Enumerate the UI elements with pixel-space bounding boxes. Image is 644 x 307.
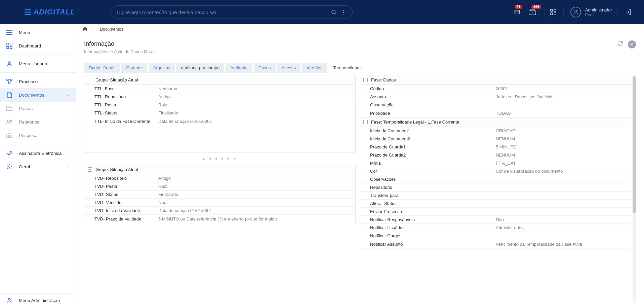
close-button[interactable]: ✕ (628, 40, 636, 48)
data-row: TTL- FaseNenhuma (84, 85, 355, 93)
data-row: Repositório (360, 183, 631, 192)
sidebar-item-processo[interactable]: Processo › (0, 75, 76, 88)
logout-button[interactable] (617, 8, 636, 16)
svg-rect-5 (551, 13, 553, 15)
mail-button[interactable]: 61 (507, 5, 520, 19)
refresh-button[interactable] (617, 40, 623, 48)
data-row: TVD- ReposiórioAntigo (84, 174, 355, 182)
home-icon[interactable] (83, 27, 87, 31)
data-row: Prazo de Guarda2NENHUM (360, 151, 631, 159)
header-actions: 61 364 Administrador Perfil (507, 5, 644, 19)
sidebar-item-menu[interactable]: Menu (0, 26, 76, 39)
collapse-icon[interactable]: − (363, 120, 368, 124)
svg-point-17 (10, 121, 12, 122)
row-value: NENHUM (492, 151, 631, 159)
search-box[interactable]: ⋮ (111, 5, 353, 19)
sidebar-item-menu-usuario[interactable]: Menu Usuário (0, 57, 76, 70)
data-row: TTL- ReposiórioAntigo (84, 93, 355, 101)
row-label: Cor (360, 168, 492, 175)
tab-dados-gerais[interactable]: Dados Gerais (84, 63, 120, 73)
sidebar-item-pesquisa[interactable]: Pesquisa (0, 129, 76, 142)
svg-point-0 (332, 10, 335, 14)
row-value: FITA_DAT (492, 160, 631, 167)
camera-icon (6, 133, 13, 138)
tab-casos[interactable]: Casos (254, 63, 276, 73)
group-fase-dados: − Fase: Dados Código00001AssuntoJurídico… (360, 75, 631, 117)
row-value: 5 MINUTO ou Data referência (?) em abert… (155, 215, 355, 223)
tab-campos[interactable]: Campos (121, 63, 147, 73)
tabs: Dados Gerais Campos Arquivos auditoria p… (76, 59, 644, 73)
tab-acesso[interactable]: Acesso (277, 63, 301, 73)
folder-icon (6, 106, 13, 111)
archive-button[interactable]: 364 (526, 5, 539, 19)
scrollbar[interactable] (633, 75, 636, 303)
sidebar-item-menu-admin[interactable]: Menu Administração (0, 294, 76, 307)
user-name: Administrador (585, 7, 612, 12)
row-label: TVD- Status (84, 191, 155, 198)
users-icon (6, 119, 13, 125)
row-value: Finalizado (155, 191, 355, 198)
sidebar-item-relatorios[interactable]: Relatórios (0, 115, 76, 129)
data-row: Transferir para (360, 192, 631, 200)
group-fase-temporalidade: − Fase: Temporalidade Legal - 1.Fase Cor… (360, 117, 631, 248)
svg-point-20 (9, 166, 10, 168)
tab-temporalidade[interactable]: Temporalidade (328, 63, 366, 73)
collapse-icon[interactable]: − (363, 78, 368, 82)
svg-rect-11 (10, 46, 12, 48)
sidebar-item-pastas[interactable]: Pastas (0, 102, 76, 115)
data-row: Notificar AssuntoVencimento da Temporali… (360, 240, 631, 248)
svg-rect-8 (7, 43, 9, 45)
group-situacao-atual-1: − Grupo: Situação Atual TTL- FaseNenhuma… (84, 75, 356, 152)
row-label: Notificar Resposánveis (360, 216, 492, 223)
signature-icon (6, 150, 13, 156)
breadcrumb-item[interactable]: Documentos (100, 27, 123, 32)
row-value: Antigo (155, 93, 355, 100)
mail-badge: 61 (515, 5, 522, 9)
logo[interactable]: ADIGITALL (0, 0, 100, 24)
sidebar-item-dashboard[interactable]: Dashboard (0, 39, 76, 53)
svg-rect-6 (554, 13, 556, 15)
gear-icon (6, 164, 13, 170)
user-icon (6, 61, 13, 67)
sidebar-item-geral[interactable]: Geral › (0, 160, 76, 173)
row-label: Transferir para (360, 192, 492, 199)
row-value: CRIACAO (492, 127, 631, 134)
row-label: TVD- Inicio da Validade (84, 207, 155, 214)
row-label: Notificar Usuários (360, 224, 492, 231)
row-label: TTL- Fase (84, 85, 155, 92)
tab-auditoria[interactable]: Auditoria (226, 63, 252, 73)
row-value: Raiz (155, 183, 355, 190)
tab-arquivos[interactable]: Arquivos (149, 63, 175, 73)
splitter-handle[interactable]: ▲ ● ● ● ● ▼ (84, 156, 356, 161)
row-label: Inicio da Contagem1 (360, 127, 492, 134)
row-label: TTL- Reposiório (84, 93, 155, 100)
collapse-icon[interactable]: − (88, 78, 92, 82)
logo-text: ADIGITALL (33, 8, 75, 16)
row-value: TODAS (492, 110, 631, 117)
collapse-icon[interactable]: − (88, 167, 92, 172)
row-value (492, 203, 631, 205)
data-row: PrioridadeTODAS (360, 109, 631, 117)
row-value (492, 178, 631, 180)
user-role: Perfil (585, 12, 612, 17)
row-label: Prazo de Guarda2 (360, 151, 492, 159)
group-title: Fase: Dados (371, 77, 396, 82)
user-menu[interactable]: Administrador Perfil (563, 7, 612, 18)
search-icon[interactable] (331, 9, 337, 15)
tab-versoes[interactable]: Versões (302, 63, 327, 73)
apps-button[interactable] (545, 5, 558, 19)
sidebar-item-assinatura[interactable]: Assinatura Eletrônica › (0, 146, 76, 160)
hamburger-icon (6, 30, 13, 35)
data-row: Código00001 (360, 85, 631, 93)
chevron-down-icon: ⌄ (66, 93, 70, 97)
tab-auditoria-campo[interactable]: auditoria por campo (176, 63, 224, 73)
row-value: Data de criação 01/01/0001 (155, 207, 355, 214)
more-icon[interactable]: ⋮ (341, 9, 346, 15)
archive-badge: 364 (531, 5, 541, 9)
content-area: 〉 Documentos Informação Informações de A… (76, 24, 644, 307)
row-value: Cor de visualização do documento (492, 168, 631, 175)
data-row: Inicio da Contagem1CRIACAO (360, 127, 631, 135)
search-input[interactable] (117, 9, 331, 15)
sidebar-item-documentos[interactable]: Documentos ⌄ (0, 88, 76, 102)
sidebar: Menu Dashboard Menu Usuário Processo › (0, 24, 76, 307)
